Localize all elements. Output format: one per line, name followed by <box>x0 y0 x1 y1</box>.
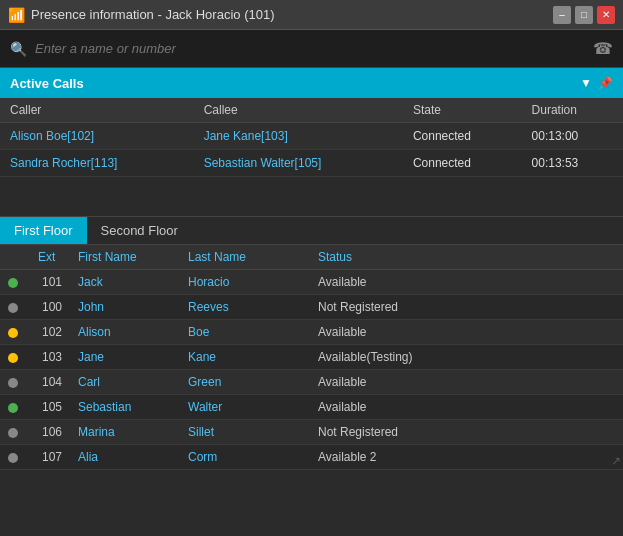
status-cell: Available <box>310 320 563 345</box>
last-name-link[interactable]: Walter <box>188 400 222 414</box>
phone-icon-button[interactable]: ☎ <box>593 39 613 58</box>
list-item: 105 Sebastian Walter Available <box>0 395 623 420</box>
caller-link[interactable]: Alison Boe[102] <box>10 129 94 143</box>
table-row: Sandra Rocher[113] Sebastian Walter[105]… <box>0 150 623 177</box>
list-item: 106 Marina Sillet Not Registered <box>0 420 623 445</box>
resize-handle[interactable]: ↗ <box>611 454 621 468</box>
firstname-cell: John <box>70 295 180 320</box>
pin-icon[interactable]: 📌 <box>598 76 613 90</box>
col-duration: Duration <box>522 98 623 123</box>
lastname-cell: Kane <box>180 345 310 370</box>
extra-cell <box>563 420 623 445</box>
indicator-cell <box>0 370 30 395</box>
ext-cell: 102 <box>30 320 70 345</box>
window-title: Presence information - Jack Horacio (101… <box>31 7 275 22</box>
state-cell: Connected <box>403 123 522 150</box>
extra-cell <box>563 370 623 395</box>
callee-link[interactable]: Sebastian Walter[105] <box>204 156 322 170</box>
tab-first-floor[interactable]: First Floor <box>0 217 87 244</box>
list-item: 100 John Reeves Not Registered <box>0 295 623 320</box>
ext-cell: 107 <box>30 445 70 470</box>
callee-link[interactable]: Jane Kane[103] <box>204 129 288 143</box>
status-dot <box>8 328 18 338</box>
firstname-cell: Carl <box>70 370 180 395</box>
indicator-cell <box>0 445 30 470</box>
status-cell: Available 2 <box>310 445 563 470</box>
col-ext: Ext <box>30 245 70 270</box>
calls-spacer <box>0 177 623 217</box>
status-cell: Available(Testing) <box>310 345 563 370</box>
active-calls-controls: ▼ 📌 <box>580 76 613 90</box>
state-cell: Connected <box>403 150 522 177</box>
status-dot <box>8 403 18 413</box>
first-name-link[interactable]: Marina <box>78 425 115 439</box>
status-dot <box>8 428 18 438</box>
lastname-cell: Reeves <box>180 295 310 320</box>
last-name-link[interactable]: Green <box>188 375 221 389</box>
extra-cell <box>563 295 623 320</box>
first-name-link[interactable]: Alia <box>78 450 98 464</box>
search-input[interactable] <box>35 41 587 56</box>
maximize-button[interactable]: □ <box>575 6 593 24</box>
status-cell: Not Registered <box>310 420 563 445</box>
first-name-link[interactable]: Carl <box>78 375 100 389</box>
extra-cell <box>563 345 623 370</box>
last-name-link[interactable]: Horacio <box>188 275 229 289</box>
firstname-cell: Sebastian <box>70 395 180 420</box>
last-name-link[interactable]: Kane <box>188 350 216 364</box>
last-name-link[interactable]: Boe <box>188 325 209 339</box>
title-bar-left: 📶 Presence information - Jack Horacio (1… <box>8 7 275 23</box>
caller-link[interactable]: Sandra Rocher[113] <box>10 156 117 170</box>
ext-cell: 105 <box>30 395 70 420</box>
status-cell: Available <box>310 395 563 420</box>
last-name-link[interactable]: Sillet <box>188 425 214 439</box>
last-name-link[interactable]: Reeves <box>188 300 229 314</box>
search-bar: 🔍 ☎ <box>0 30 623 68</box>
extra-cell <box>563 395 623 420</box>
status-dot <box>8 303 18 313</box>
extra-cell <box>563 320 623 345</box>
extra-cell <box>563 270 623 295</box>
status-dot <box>8 453 18 463</box>
col-first-name: First Name <box>70 245 180 270</box>
col-extra <box>563 245 623 270</box>
firstname-cell: Alison <box>70 320 180 345</box>
ext-cell: 104 <box>30 370 70 395</box>
col-last-name: Last Name <box>180 245 310 270</box>
col-indicator <box>0 245 30 270</box>
col-caller: Caller <box>0 98 194 123</box>
status-dot <box>8 378 18 388</box>
dropdown-icon[interactable]: ▼ <box>580 76 592 90</box>
lastname-cell: Horacio <box>180 270 310 295</box>
col-state: State <box>403 98 522 123</box>
first-name-link[interactable]: John <box>78 300 104 314</box>
indicator-cell <box>0 345 30 370</box>
first-name-link[interactable]: Jane <box>78 350 104 364</box>
callee-cell: Sebastian Walter[105] <box>194 150 403 177</box>
active-calls-header: Active Calls ▼ 📌 <box>0 68 623 98</box>
caller-cell: Sandra Rocher[113] <box>0 150 194 177</box>
ext-cell: 100 <box>30 295 70 320</box>
col-callee: Callee <box>194 98 403 123</box>
search-icon: 🔍 <box>10 41 27 57</box>
caller-cell: Alison Boe[102] <box>0 123 194 150</box>
list-item: 107 Alia Corm Available 2 <box>0 445 623 470</box>
status-cell: Not Registered <box>310 295 563 320</box>
ext-cell: 101 <box>30 270 70 295</box>
status-dot <box>8 278 18 288</box>
title-bar-controls: – □ ✕ <box>553 6 615 24</box>
minimize-button[interactable]: – <box>553 6 571 24</box>
first-name-link[interactable]: Jack <box>78 275 103 289</box>
last-name-link[interactable]: Corm <box>188 450 217 464</box>
table-row: Alison Boe[102] Jane Kane[103] Connected… <box>0 123 623 150</box>
tab-second-floor[interactable]: Second Floor <box>87 217 192 244</box>
callee-cell: Jane Kane[103] <box>194 123 403 150</box>
indicator-cell <box>0 395 30 420</box>
lastname-cell: Corm <box>180 445 310 470</box>
close-button[interactable]: ✕ <box>597 6 615 24</box>
ext-cell: 106 <box>30 420 70 445</box>
indicator-cell <box>0 295 30 320</box>
firstname-cell: Alia <box>70 445 180 470</box>
first-name-link[interactable]: Sebastian <box>78 400 131 414</box>
first-name-link[interactable]: Alison <box>78 325 111 339</box>
